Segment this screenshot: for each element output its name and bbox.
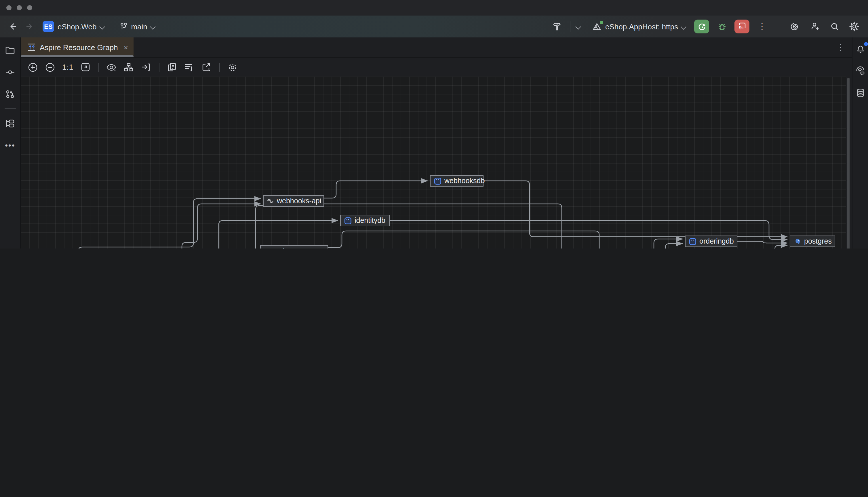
running-status-dot: [600, 21, 603, 24]
graph-node-identitydb[interactable]: identitydb: [340, 215, 390, 226]
zoom-in-icon[interactable]: [25, 60, 40, 74]
graph-edge-webhooksclient-to-webhooks-api: [78, 199, 261, 248]
divider: [570, 21, 570, 32]
graph-node-label: orderingdb: [700, 237, 734, 245]
notifications-bell-icon[interactable]: [853, 42, 867, 56]
run-config-widget[interactable]: eShop.AppHost: https: [590, 22, 688, 31]
graph-node-webhooksdb[interactable]: webhooksdb: [430, 175, 484, 187]
aspire-graph-icon: [28, 43, 36, 51]
graph-edge-webhooksdb-to-postgres: [484, 181, 788, 237]
aspire-logo-icon: [592, 22, 602, 31]
graph-node-label: identitydb: [355, 216, 385, 225]
graph-canvas[interactable]: Powered by yFiles webhooksdbwebhooks-api…: [21, 76, 846, 248]
minimize-window-button[interactable]: [17, 5, 22, 10]
navbar: ES eShop.Web main eShop.AppHost: h: [0, 16, 868, 38]
structure-tool-icon[interactable]: [3, 116, 17, 130]
close-window-button[interactable]: [6, 5, 12, 10]
graph-node-label: postgres: [804, 237, 832, 245]
divider: [4, 108, 16, 109]
chevron-down-icon: [681, 23, 686, 28]
project-icon: [267, 198, 274, 204]
project-icon: [264, 247, 271, 248]
pull-requests-tool-icon[interactable]: [3, 87, 17, 101]
editor-tab-bar: Aspire Resource Graph × ⋮: [21, 38, 852, 58]
graph-node-orderingdb[interactable]: orderingdb: [685, 236, 737, 247]
postgres-icon: [794, 238, 801, 245]
chevron-down-icon: [100, 23, 104, 28]
maximize-window-button[interactable]: [27, 5, 32, 10]
notification-dot: [864, 42, 868, 46]
graph-node-postgres[interactable]: postgres: [790, 236, 835, 247]
graph-node-label: webhooks-api: [277, 197, 321, 205]
more-tool-windows-icon[interactable]: •••: [3, 138, 17, 152]
search-everywhere-icon[interactable]: [828, 19, 841, 33]
vertical-scrollbar[interactable]: [847, 78, 850, 248]
rerun-button[interactable]: [694, 19, 709, 33]
build-hammer-icon[interactable]: [550, 19, 564, 33]
divider: [159, 62, 159, 72]
export-diagram-icon[interactable]: [199, 60, 214, 74]
graph-edge-identity-api-to-identitydb: [209, 221, 338, 248]
chevron-down-icon[interactable]: [576, 23, 580, 28]
back-icon[interactable]: [6, 19, 19, 33]
project-tool-icon[interactable]: [3, 43, 17, 57]
graph-edges: [21, 76, 846, 248]
titlebar: [0, 0, 868, 16]
graph-edge-catalogdb-to-postgres: [735, 245, 788, 248]
view-options-icon[interactable]: [104, 60, 119, 74]
graph-edge-order-processor-to-eventbus: [328, 231, 625, 248]
graph-node-label: webhooksdb: [444, 177, 485, 185]
ide-window: ES eShop.Web main eShop.AppHost: h: [0, 0, 868, 248]
graph-node-order-processor[interactable]: order-processor: [260, 245, 328, 248]
graph-edge-order-processor-to-orderingdb: [328, 244, 683, 248]
database-icon: [434, 177, 441, 185]
settings-gear-icon[interactable]: [847, 19, 861, 33]
tab-label: Aspire Resource Graph: [40, 43, 118, 52]
commit-tool-icon[interactable]: [3, 65, 17, 79]
copy-diagram-icon[interactable]: [164, 60, 179, 74]
jump-to-element-icon[interactable]: [138, 60, 153, 74]
endpoints-tool-icon[interactable]: [853, 64, 867, 78]
project-name: eShop.Web: [58, 22, 97, 31]
graph-edge-webhooks-api-to-webhooksdb: [324, 181, 428, 198]
graph-toolbar: 1:1: [21, 58, 852, 76]
tab-list-more-icon[interactable]: ⋮: [836, 42, 852, 53]
layout-hierarchy-icon[interactable]: [121, 60, 136, 74]
database-icon: [344, 217, 352, 224]
database-icon: [689, 238, 696, 245]
graph-node-webhooks-api[interactable]: webhooks-api: [263, 195, 324, 207]
graph-canvas-wrap: Powered by yFiles webhooksdbwebhooks-api…: [21, 76, 852, 248]
code-with-me-icon[interactable]: [808, 19, 822, 33]
vcs-branch-widget[interactable]: main: [117, 22, 158, 31]
branch-icon: [119, 23, 128, 30]
stop-count-badge: 9+: [739, 25, 744, 30]
fit-content-icon[interactable]: [78, 60, 93, 74]
tab-close-icon[interactable]: ×: [124, 43, 128, 52]
chevron-down-icon: [151, 23, 156, 28]
filter-elements-icon[interactable]: [181, 60, 196, 74]
divider: [98, 62, 99, 72]
graph-edge-ordering-api-to-orderingdb: [485, 239, 683, 248]
project-widget[interactable]: ES eShop.Web: [40, 21, 107, 32]
graph-edge-orderingdb-to-postgres: [737, 241, 788, 243]
zoom-out-icon[interactable]: [43, 60, 58, 74]
ai-assistant-icon[interactable]: [789, 19, 803, 33]
more-options-icon[interactable]: ⋮: [755, 19, 769, 33]
stop-processes-button[interactable]: 9+: [734, 19, 749, 33]
tab-aspire-resource-graph[interactable]: Aspire Resource Graph ×: [21, 38, 134, 57]
divider: [219, 62, 220, 72]
graph-node-label: order-processor: [274, 247, 325, 248]
graph-settings-gear-icon[interactable]: [225, 60, 240, 74]
project-badge: ES: [43, 21, 54, 32]
left-tool-stripe: •••: [0, 38, 21, 248]
branch-name: main: [131, 22, 147, 31]
debug-bug-icon[interactable]: [715, 19, 729, 33]
zoom-actual-size-button[interactable]: 1:1: [60, 63, 76, 71]
forward-icon[interactable]: [23, 19, 37, 33]
database-tool-icon[interactable]: [853, 86, 867, 100]
right-tool-stripe: [852, 38, 868, 248]
tab-underline: [21, 55, 134, 57]
run-config-name: eShop.AppHost: https: [605, 22, 678, 31]
